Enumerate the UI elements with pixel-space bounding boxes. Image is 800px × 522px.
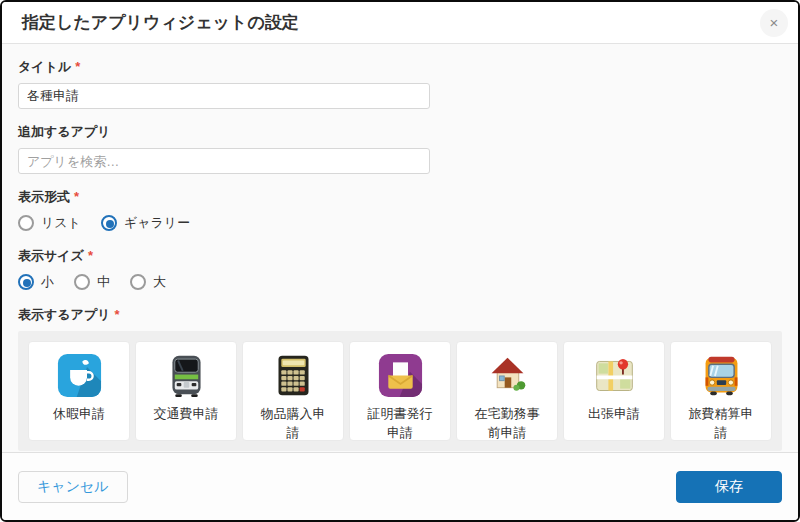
radio-unselected-icon	[130, 274, 146, 290]
title-input[interactable]	[18, 83, 430, 109]
radio-unselected-icon	[74, 274, 90, 290]
dialog-footer: キャンセル 保存	[2, 452, 798, 520]
add-app-field: 追加するアプリ	[18, 123, 782, 174]
title-field-label-text: タイトル	[18, 59, 71, 74]
add-app-field-label-text: 追加するアプリ	[18, 124, 111, 139]
app-name: 旅費精算申請	[685, 405, 757, 443]
display-size-label: 表示サイズ*	[18, 247, 782, 265]
radio-selected-icon	[101, 215, 117, 231]
display-apps-field: 表示するアプリ* 休暇申請交通費申請物品購入申請証明書発行申請在宅勤務事前申請出…	[18, 306, 782, 451]
title-field-label: タイトル*	[18, 58, 782, 76]
title-field: タイトル*	[18, 58, 782, 109]
house-app-icon	[485, 353, 530, 398]
calculator-app-icon	[271, 353, 316, 398]
train-app-icon	[164, 353, 209, 398]
display-format-field: 表示形式* リストギャラリー	[18, 188, 782, 233]
display-apps-label-text: 表示するアプリ	[18, 307, 111, 322]
add-app-field-label: 追加するアプリ	[18, 123, 782, 141]
display-format-option[interactable]: ギャラリー	[101, 214, 190, 232]
display-size-options: 小中大	[18, 272, 782, 292]
display-format-option-label: リスト	[41, 214, 81, 232]
app-card-7[interactable]: 旅費精算申請	[670, 341, 772, 441]
save-button[interactable]: 保存	[676, 471, 782, 503]
envelope-app-icon	[378, 353, 423, 398]
coffee-app-icon	[57, 353, 102, 398]
display-size-option[interactable]: 中	[74, 273, 110, 291]
app-card-5[interactable]: 在宅勤務事前申請	[456, 341, 558, 441]
app-card-4[interactable]: 証明書発行申請	[349, 341, 451, 441]
cancel-button[interactable]: キャンセル	[18, 471, 128, 503]
display-size-option[interactable]: 小	[18, 273, 54, 291]
display-size-label-text: 表示サイズ	[18, 248, 84, 263]
app-widget-settings-dialog: 指定したアプリウィジェットの設定 × タイトル* 追加するアプリ 表示形式* リ…	[0, 0, 800, 522]
required-asterisk: *	[115, 307, 120, 322]
radio-selected-icon	[18, 274, 34, 290]
required-asterisk: *	[75, 59, 80, 74]
app-card-3[interactable]: 物品購入申請	[242, 341, 344, 441]
display-format-option[interactable]: リスト	[18, 214, 81, 232]
close-icon[interactable]: ×	[760, 9, 788, 37]
app-search-input[interactable]	[18, 148, 430, 174]
app-card-6[interactable]: 出張申請	[563, 341, 665, 441]
app-card-1[interactable]: 休暇申請	[28, 341, 130, 441]
app-gallery: 休暇申請交通費申請物品購入申請証明書発行申請在宅勤務事前申請出張申請旅費精算申請	[18, 331, 782, 451]
app-name: 出張申請	[588, 405, 640, 424]
display-format-option-label: ギャラリー	[124, 214, 190, 232]
app-name: 休暇申請	[53, 405, 105, 424]
display-format-label: 表示形式*	[18, 188, 782, 206]
display-format-label-text: 表示形式	[18, 189, 70, 204]
required-asterisk: *	[74, 189, 79, 204]
app-name: 物品購入申請	[257, 405, 329, 443]
display-size-option-label: 大	[153, 273, 166, 291]
map-pin-app-icon	[592, 353, 637, 398]
display-size-field: 表示サイズ* 小中大	[18, 247, 782, 292]
app-name: 在宅勤務事前申請	[471, 405, 543, 443]
dialog-title: 指定したアプリウィジェットの設定	[22, 11, 299, 34]
display-size-option-label: 中	[97, 273, 110, 291]
required-asterisk: *	[88, 248, 93, 263]
app-card-2[interactable]: 交通費申請	[135, 341, 237, 441]
app-name: 証明書発行申請	[364, 405, 436, 443]
dialog-header: 指定したアプリウィジェットの設定 ×	[2, 2, 798, 44]
display-format-options: リストギャラリー	[18, 213, 782, 233]
display-size-option[interactable]: 大	[130, 273, 166, 291]
display-apps-label: 表示するアプリ*	[18, 306, 782, 324]
dialog-body: タイトル* 追加するアプリ 表示形式* リストギャラリー 表示サイズ* 小中大 …	[2, 44, 798, 452]
bus-app-icon	[699, 353, 744, 398]
display-size-option-label: 小	[41, 273, 54, 291]
radio-unselected-icon	[18, 215, 34, 231]
app-name: 交通費申請	[154, 405, 219, 424]
